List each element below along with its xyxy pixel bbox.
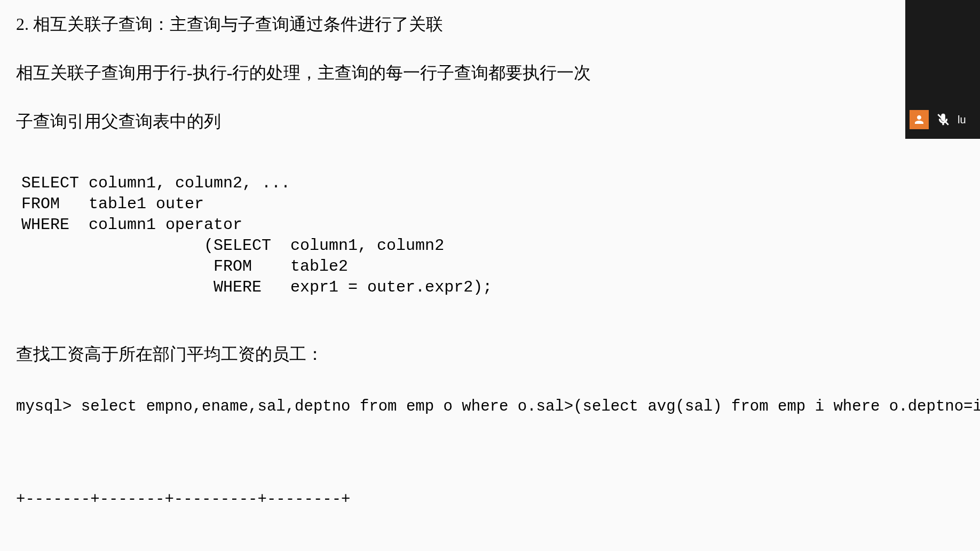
participant-name: lu — [958, 114, 966, 126]
result-table: +-------+-------+---------+--------+ | e… — [16, 446, 964, 551]
avatar-icon — [910, 110, 929, 129]
video-call-overlay: lu — [905, 0, 980, 139]
sql-syntax-block: SELECT column1, column2, ... FROM table1… — [16, 173, 964, 298]
paragraph-1: 相互关联子查询用于行-执行-行的处理，主查询的每一行子查询都要执行一次 — [16, 59, 964, 86]
section-heading: 2. 相互关联子查询：主查询与子查询通过条件进行了关联 — [16, 11, 964, 38]
mic-muted-icon — [936, 113, 950, 127]
mysql-query-line: mysql> select empno,ename,sal,deptno fro… — [16, 395, 964, 419]
example-heading: 查找工资高于所在部门平均工资的员工： — [16, 341, 964, 368]
participant-row[interactable]: lu — [905, 106, 980, 133]
document-content: 2. 相互关联子查询：主查询与子查询通过条件进行了关联 相互关联子查询用于行-执… — [0, 0, 980, 551]
paragraph-2: 子查询引用父查询表中的列 — [16, 108, 964, 135]
table-border-top: +-------+-------+---------+--------+ — [16, 489, 964, 511]
